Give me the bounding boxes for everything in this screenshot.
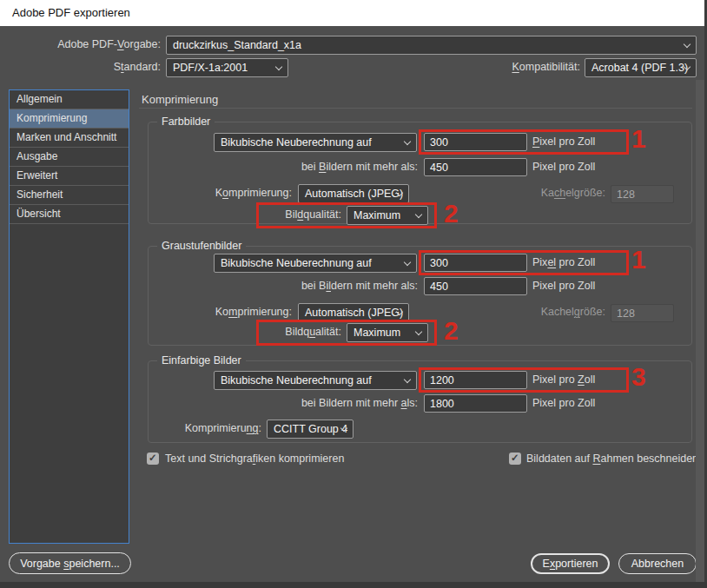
monochrome-compression-value: CCITT Group 4	[274, 423, 347, 435]
monochrome-compression-label: Komprimierung:	[149, 420, 261, 438]
grayscale-compression-value: Automatisch (JPEG)	[305, 307, 403, 319]
export-button[interactable]: Exportieren	[531, 553, 610, 574]
color-resample-value: Bikubische Neuberechnung auf	[221, 136, 372, 149]
grayscale-resolution-unit: Pixel pro Zoll	[532, 254, 595, 272]
export-pdf-dialog: Adobe PDF exportieren Adobe PDF-Vorgabe:…	[0, 0, 707, 588]
color-quality-value: Maximum	[354, 209, 400, 221]
monochrome-threshold-input[interactable]	[424, 394, 527, 413]
annotation-number-1: 1	[631, 126, 646, 152]
grayscale-threshold-input[interactable]	[424, 277, 527, 295]
standard-select[interactable]: PDF/X-1a:2001	[166, 58, 288, 77]
color-quality-label: Bildqualität:	[201, 206, 341, 224]
sidebar-item-sicherheit[interactable]: Sicherheit	[10, 186, 129, 205]
grayscale-resample-value: Bikubische Neuberechnung auf	[221, 257, 372, 269]
grayscale-quality-value: Maximum	[354, 327, 400, 339]
monochrome-resample-value: Bikubische Neuberechnung auf	[221, 374, 372, 386]
grayscale-tile-size-label: Kachelgröße:	[435, 303, 605, 321]
grayscale-quality-label: Bildqualität:	[201, 323, 341, 341]
preset-label: Adobe PDF-Vorgabe:	[0, 36, 161, 54]
color-threshold-input[interactable]	[424, 158, 527, 176]
cancel-button[interactable]: Abbrechen	[618, 553, 697, 574]
save-preset-button[interactable]: Vorgabe speichern...	[9, 552, 131, 574]
annotation-number-2: 2	[444, 318, 459, 344]
color-images-legend: Farbbilder	[157, 115, 215, 129]
chevron-down-icon	[415, 328, 422, 335]
chevron-down-icon	[684, 41, 690, 48]
sidebar-item-komprimierung[interactable]: Komprimierung	[10, 109, 129, 129]
grayscale-tile-size-input	[611, 304, 674, 322]
color-quality-select[interactable]: Maximum	[347, 206, 428, 225]
monochrome-images-group: Einfarbige Bilder Bikubische Neuberechnu…	[148, 360, 692, 443]
compatibility-label: Kompatibilität:	[365, 58, 580, 76]
sidebar-item-allgemein[interactable]: Allgemein	[10, 90, 129, 109]
standard-select-value: PDF/X-1a:2001	[173, 62, 248, 74]
annotation-number-1: 1	[631, 247, 646, 273]
monochrome-images-legend: Einfarbige Bilder	[157, 353, 246, 368]
window-bottom-border	[0, 582, 707, 588]
page-title: Komprimierung	[142, 91, 218, 109]
grayscale-threshold-unit: Pixel pro Zoll	[532, 277, 595, 295]
monochrome-threshold-label: bei Bildern mit mehr als:	[149, 394, 418, 413]
chevron-down-icon	[404, 259, 411, 266]
standard-label: Standard:	[0, 58, 161, 76]
grayscale-images-legend: Graustufenbilder	[157, 239, 246, 254]
preset-select-value: druckzirkus_Standard_x1a	[173, 39, 301, 51]
sidebar-item-uebersicht[interactable]: Übersicht	[10, 205, 129, 224]
color-tile-size-input	[611, 185, 674, 203]
sidebar-item-ausgabe[interactable]: Ausgabe	[10, 148, 129, 167]
titlebar: Adobe PDF exportieren	[0, 0, 707, 26]
grayscale-quality-select[interactable]: Maximum	[347, 323, 428, 342]
annotation-number-2: 2	[444, 201, 459, 227]
color-threshold-label: bei Bildern mit mehr als:	[149, 158, 418, 176]
color-images-group: Farbbilder Bikubische Neuberechnung auf …	[148, 122, 692, 224]
compatibility-select[interactable]: Acrobat 4 (PDF 1.3)	[585, 58, 697, 77]
grayscale-images-group: Graustufenbilder Bikubische Neuberechnun…	[148, 246, 692, 346]
crop-image-data-label: Bilddaten auf Rahmen beschneiden	[526, 450, 698, 468]
grayscale-compression-select[interactable]: Automatisch (JPEG)	[298, 303, 409, 322]
dialog-title: Adobe PDF exportieren	[12, 0, 130, 26]
color-resample-select[interactable]: Bikubische Neuberechnung auf	[214, 133, 417, 152]
color-resolution-input[interactable]	[424, 133, 527, 151]
color-compression-value: Automatisch (JPEG)	[305, 188, 403, 200]
color-tile-size-label: Kachelgröße:	[435, 184, 605, 202]
monochrome-resolution-unit: Pixel pro Zoll	[532, 371, 595, 389]
chevron-down-icon	[275, 63, 282, 70]
sidebar-item-erweitert[interactable]: Erweitert	[10, 167, 129, 186]
chevron-down-icon	[404, 376, 411, 383]
color-threshold-unit: Pixel pro Zoll	[532, 158, 595, 176]
grayscale-resolution-input[interactable]	[424, 254, 527, 272]
monochrome-threshold-unit: Pixel pro Zoll	[532, 394, 595, 413]
sidebar-item-marken-und-anschnitt[interactable]: Marken und Anschnitt	[10, 129, 129, 148]
preset-select[interactable]: druckzirkus_Standard_x1a	[166, 36, 697, 55]
monochrome-resample-select[interactable]: Bikubische Neuberechnung auf	[214, 371, 417, 390]
chevron-down-icon	[404, 138, 411, 145]
color-resolution-unit: Pixel pro Zoll	[532, 133, 595, 151]
color-compression-select[interactable]: Automatisch (JPEG)	[298, 184, 409, 203]
settings-category-list: Allgemein Komprimierung Marken und Ansch…	[9, 89, 129, 544]
header-divider	[139, 108, 692, 109]
compatibility-select-value: Acrobat 4 (PDF 1.3)	[591, 62, 688, 74]
annotation-number-3: 3	[631, 364, 646, 390]
monochrome-compression-select[interactable]: CCITT Group 4	[267, 420, 354, 439]
color-compression-label: Komprimierung:	[149, 184, 292, 202]
crop-image-data-checkbox[interactable]	[509, 453, 521, 465]
chevron-down-icon	[415, 211, 422, 218]
monochrome-resolution-input[interactable]	[424, 371, 527, 389]
grayscale-compression-label: Komprimierung:	[149, 303, 292, 321]
compress-text-checkbox[interactable]	[147, 453, 159, 465]
grayscale-threshold-label: bei Bildern mit mehr als:	[149, 277, 418, 295]
grayscale-resample-select[interactable]: Bikubische Neuberechnung auf	[214, 254, 417, 273]
compress-text-label: Text und Strichgrafiken komprimieren	[165, 450, 344, 468]
